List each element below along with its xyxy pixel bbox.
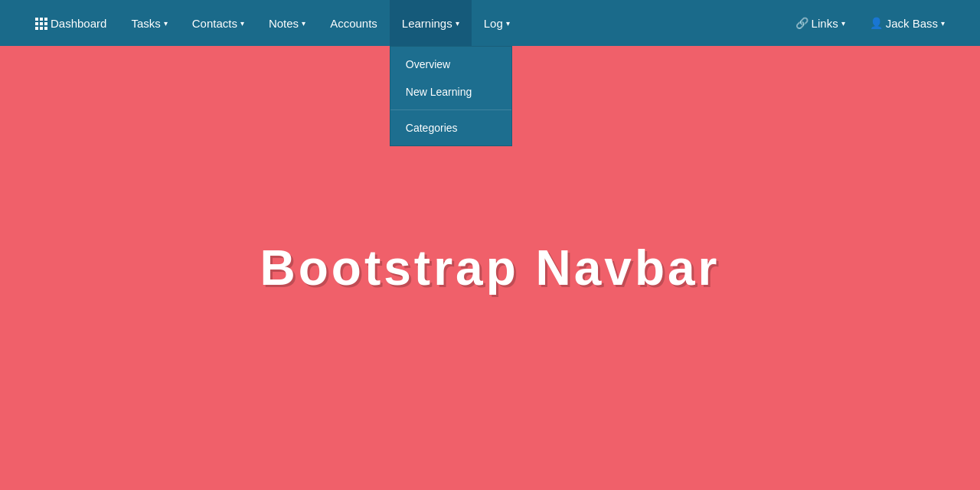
navbar-left: Dashboard Tasks ▾ Contacts ▾ Notes ▾ Acc…	[23, 0, 783, 46]
nav-learnings[interactable]: Learnings ▾ Overview New Learning Catego…	[390, 0, 472, 46]
dropdown-item-overview[interactable]: Overview	[390, 51, 511, 78]
link-icon: 🔗	[795, 17, 808, 29]
learnings-caret: ▾	[456, 19, 459, 28]
nav-notes[interactable]: Notes ▾	[256, 0, 318, 46]
nav-tasks[interactable]: Tasks ▾	[119, 0, 179, 46]
nav-log[interactable]: Log ▾	[472, 0, 522, 46]
dashboard-icon	[35, 18, 46, 28]
log-label: Log	[484, 17, 503, 30]
user-label: Jack Bass	[886, 17, 938, 30]
log-caret: ▾	[506, 19, 510, 28]
learnings-label: Learnings	[402, 17, 452, 30]
nav-dashboard[interactable]: Dashboard	[23, 0, 119, 46]
dropdown-divider	[390, 109, 511, 110]
accounts-label: Accounts	[330, 17, 377, 30]
notes-label: Notes	[269, 17, 299, 30]
notes-caret: ▾	[302, 19, 305, 28]
contacts-label: Contacts	[192, 17, 237, 30]
navbar-right: 🔗 Links ▾ 👤 Jack Bass ▾	[783, 0, 957, 46]
nav-links[interactable]: 🔗 Links ▾	[783, 0, 858, 46]
dropdown-item-categories[interactable]: Categories	[390, 114, 511, 142]
tasks-label: Tasks	[131, 17, 160, 30]
learnings-dropdown: Overview New Learning Categories	[390, 46, 512, 146]
links-caret: ▾	[841, 19, 845, 28]
page-title: Bootstrap Navbar	[260, 240, 720, 296]
dashboard-label: Dashboard	[51, 17, 106, 30]
navbar: Dashboard Tasks ▾ Contacts ▾ Notes ▾ Acc…	[0, 0, 980, 46]
contacts-caret: ▾	[240, 19, 244, 28]
user-icon: 👤	[870, 17, 883, 29]
user-caret: ▾	[941, 19, 945, 28]
nav-contacts[interactable]: Contacts ▾	[180, 0, 256, 46]
nav-accounts[interactable]: Accounts	[318, 0, 390, 46]
nav-user[interactable]: 👤 Jack Bass ▾	[858, 0, 957, 46]
tasks-caret: ▾	[164, 19, 168, 28]
dropdown-item-new-learning[interactable]: New Learning	[390, 78, 511, 106]
links-label: Links	[812, 17, 838, 30]
